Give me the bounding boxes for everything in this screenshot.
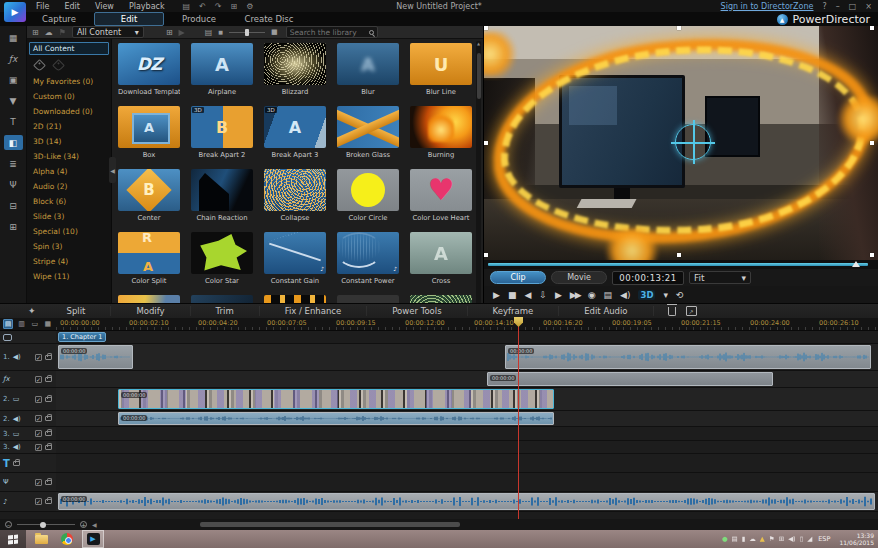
zoom-fit-dropdown[interactable]: Fit ▾: [689, 271, 751, 284]
timeline-zoom-slider[interactable]: [17, 524, 75, 525]
transition-item[interactable]: 3DBBreak Apart 2: [191, 106, 253, 169]
timeline-clip[interactable]: 00:00:00: [487, 372, 773, 386]
library-filter-dropdown[interactable]: All Content ▾: [72, 26, 144, 38]
language-indicator[interactable]: ESP: [818, 535, 830, 543]
toolbar-power-tools[interactable]: Power Tools: [367, 306, 467, 316]
title-track-header[interactable]: T: [0, 454, 56, 472]
audio-mixing-room-icon[interactable]: ≣: [4, 156, 23, 171]
mode-3d-menu-button[interactable]: ▾: [663, 290, 668, 300]
timeline-clip[interactable]: 00:00:00: [118, 389, 554, 409]
large-thumbnail-icon[interactable]: ■: [271, 28, 278, 36]
taskbar-clock[interactable]: 13:39 11/06/2015: [839, 532, 874, 546]
next-frame-button[interactable]: ▶: [555, 290, 562, 300]
toolbar-modify[interactable]: Modify: [111, 306, 190, 316]
fast-forward-button[interactable]: ▶▶: [570, 290, 580, 300]
minimize-icon[interactable]: –: [836, 2, 840, 11]
track-manager-icon[interactable]: ▤: [3, 319, 13, 329]
video-track-2-content[interactable]: 00:00:00: [56, 388, 878, 410]
transition-item[interactable]: Blizzard: [264, 43, 326, 106]
timeline-clip[interactable]: 00:00:00: [505, 345, 871, 369]
category-3d-like[interactable]: 3D-Like (34): [29, 149, 109, 164]
category-stripe[interactable]: Stripe (4): [29, 254, 109, 269]
track-lock-icon[interactable]: [45, 397, 52, 402]
menu-file[interactable]: File: [36, 2, 49, 11]
transition-item[interactable]: DZDownload Templates: [118, 43, 180, 106]
restore-icon[interactable]: □: [849, 2, 857, 11]
crop-handle[interactable]: [677, 253, 681, 257]
tray-folder-icon[interactable]: ▤: [732, 535, 738, 543]
transition-item[interactable]: AAirplane: [191, 43, 253, 106]
video-track-3-header[interactable]: 3.▭✓: [0, 427, 56, 440]
crop-handle[interactable]: [484, 26, 488, 30]
track-lock-icon[interactable]: [45, 480, 52, 485]
timeline-clip[interactable]: 00:00:00: [58, 493, 875, 510]
delete-icon[interactable]: [668, 307, 676, 316]
library-search[interactable]: [286, 26, 378, 38]
toolbar-fix-enhance[interactable]: Fix / Enhance: [260, 306, 368, 316]
transition-item[interactable]: ABox: [118, 106, 180, 169]
tab-create-disc[interactable]: Create Disc: [234, 12, 304, 26]
transition-item[interactable]: ♪Constant Gain: [264, 232, 326, 295]
taskbar-chrome[interactable]: [56, 530, 78, 548]
category-my-favorites[interactable]: My Favorites (0): [29, 74, 109, 89]
new-folder-icon[interactable]: ⊞: [166, 28, 173, 37]
video-track-1-audio-content[interactable]: 00:00:0000:00:00: [56, 344, 878, 370]
previous-frame-button[interactable]: ◀: [524, 290, 531, 300]
transition-item[interactable]: Broken Glass: [337, 106, 399, 169]
transition-item[interactable]: BCenter: [118, 169, 180, 232]
tray-status-icon[interactable]: ●: [722, 535, 728, 543]
timeline-ruler[interactable]: 00:00:00:0000:00:02:1000:00:04:2000:00:0…: [56, 318, 878, 330]
track-enable-checkbox[interactable]: ✓: [35, 396, 42, 403]
category-2d[interactable]: 2D (21): [29, 119, 109, 134]
effect-track-content[interactable]: 00:00:00: [56, 371, 878, 387]
add-tag-icon[interactable]: [33, 59, 46, 72]
track-enable-checkbox[interactable]: ✓: [35, 354, 42, 361]
tray-plug-icon[interactable]: ▯: [800, 535, 804, 543]
transition-item[interactable]: Color Circle: [337, 169, 399, 232]
timeline-h-scrollbar[interactable]: [200, 522, 460, 527]
zoom-out-icon[interactable]: –: [5, 521, 12, 528]
transition-item[interactable]: Chain Reaction: [191, 169, 253, 232]
track-lock-icon[interactable]: [45, 431, 52, 436]
clip-mode-button[interactable]: Clip: [490, 271, 546, 284]
zoom-in-icon[interactable]: +: [80, 521, 87, 528]
movie-mode-button[interactable]: Movie: [551, 271, 607, 284]
crop-handle[interactable]: [484, 253, 488, 257]
track-lock-icon[interactable]: [45, 355, 52, 360]
small-thumbnail-icon[interactable]: ■: [218, 29, 223, 35]
audio-track-3-header[interactable]: 3.◀)✓: [0, 441, 56, 453]
chapter-room-icon[interactable]: ⊟: [4, 198, 23, 213]
film-icon[interactable]: ▦: [43, 319, 53, 329]
timeline-clip[interactable]: 00:00:00: [58, 345, 133, 369]
audio-track-2-header[interactable]: 2.◀)✓: [0, 411, 56, 426]
taskbar-file-explorer[interactable]: [30, 530, 52, 548]
close-icon[interactable]: ×: [865, 2, 872, 11]
crop-handle[interactable]: [484, 141, 488, 145]
subtitle-room-icon[interactable]: ⊞: [4, 219, 23, 234]
taskbar-powerdirector[interactable]: ▶: [82, 530, 104, 548]
transition-item[interactable]: ACross: [410, 232, 472, 295]
scroll-left-icon[interactable]: ◀: [92, 521, 97, 528]
track-lock-icon[interactable]: [45, 377, 52, 382]
timeline-clip[interactable]: 00:00:00: [118, 412, 554, 425]
transition-item[interactable]: Color Star: [191, 232, 253, 295]
play-button[interactable]: ▶: [493, 290, 500, 300]
tray-grid-icon[interactable]: ⊞: [779, 535, 784, 543]
crop-handle[interactable]: [870, 253, 874, 257]
crop-handle[interactable]: [870, 141, 874, 145]
preview-video[interactable]: [484, 26, 878, 260]
loop-button[interactable]: ⟲: [676, 290, 684, 300]
tray-drive-icon[interactable]: ▲: [760, 535, 765, 543]
room-layout-icon[interactable]: ⊞: [231, 2, 238, 11]
voice-track-header[interactable]: Ψ✓: [0, 473, 56, 491]
transition-room-icon[interactable]: ◧: [4, 135, 23, 150]
category-3d[interactable]: 3D (14): [29, 134, 109, 149]
track-lock-icon[interactable]: [45, 416, 52, 421]
new-project-icon[interactable]: ▤: [183, 2, 191, 11]
category-special[interactable]: Special (10): [29, 224, 109, 239]
produce-range-icon[interactable]: ↗: [686, 306, 697, 316]
tab-capture[interactable]: Capture: [24, 12, 94, 26]
toolbar-trim[interactable]: Trim: [191, 306, 260, 316]
tray-network-icon[interactable]: ◢: [807, 535, 812, 543]
track-enable-checkbox[interactable]: ✓: [35, 376, 42, 383]
